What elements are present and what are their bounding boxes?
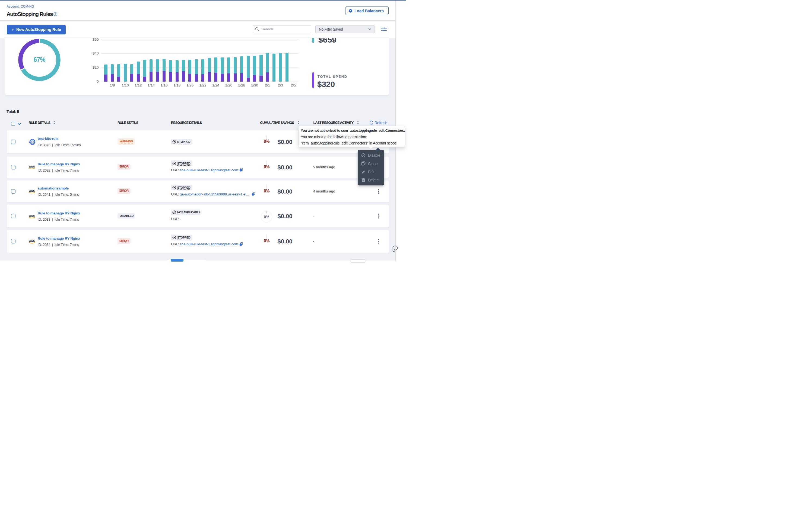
svg-text:aws: aws: [29, 165, 35, 168]
svg-text:aws: aws: [29, 189, 35, 192]
svg-text:aws: aws: [29, 214, 35, 218]
svg-text:aws: aws: [29, 239, 35, 243]
